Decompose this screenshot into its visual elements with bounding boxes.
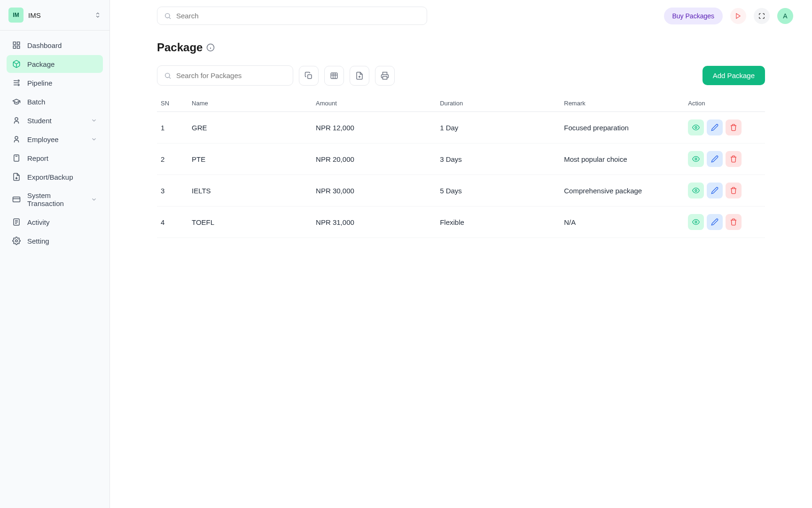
svg-point-4 (18, 80, 19, 81)
user-icon (12, 116, 21, 125)
workspace-switcher[interactable]: IM IMS (0, 0, 109, 31)
cell-action (684, 112, 765, 143)
sidebar-item-label: Setting (27, 237, 97, 245)
svg-point-19 (695, 127, 697, 128)
global-search[interactable] (157, 7, 427, 25)
sidebar-item-system-transaction[interactable]: System Transaction (7, 187, 103, 212)
global-search-input[interactable] (176, 12, 420, 20)
main: Buy Packages A Package (110, 0, 812, 508)
search-icon (164, 72, 172, 79)
svg-rect-16 (308, 74, 312, 78)
eye-icon (692, 155, 700, 163)
fullscreen-button[interactable] (754, 8, 770, 24)
sidebar-item-package[interactable]: Package (7, 55, 103, 73)
cell-sn: 2 (157, 143, 188, 175)
card-icon (12, 195, 21, 204)
edit-button[interactable] (707, 214, 723, 230)
delete-button[interactable] (726, 119, 742, 135)
sidebar-item-label: Student (27, 117, 84, 125)
local-search-input[interactable] (176, 71, 286, 79)
maximize-icon (758, 13, 765, 19)
sidebar-item-label: Export/Backup (27, 173, 97, 181)
cell-action (684, 175, 765, 206)
header-remark: Remark (560, 95, 684, 112)
copy-button[interactable] (299, 66, 319, 86)
svg-point-15 (165, 73, 170, 77)
sidebar-item-batch[interactable]: Batch (7, 93, 103, 111)
info-icon[interactable] (206, 43, 215, 52)
sidebar-item-label: System Transaction (27, 191, 84, 207)
table-header-row: SN Name Amount Duration Remark Action (157, 95, 765, 112)
workspace-name: IMS (28, 11, 90, 19)
sidebar-item-label: Employee (27, 135, 84, 143)
edit-button[interactable] (707, 151, 723, 167)
svg-rect-0 (13, 42, 16, 44)
export-pdf-button[interactable] (350, 66, 369, 86)
package-icon (12, 60, 21, 68)
avatar[interactable]: A (777, 8, 793, 24)
cell-name: PTE (188, 143, 312, 175)
page-title-row: Package (157, 41, 765, 54)
view-button[interactable] (688, 214, 704, 230)
cell-sn: 1 (157, 112, 188, 143)
svg-rect-17 (331, 73, 337, 79)
file-icon (355, 71, 364, 80)
view-button[interactable] (688, 119, 704, 135)
sidebar-item-employee[interactable]: Employee (7, 130, 103, 148)
sidebar-item-activity[interactable]: Activity (7, 213, 103, 231)
edit-button[interactable] (707, 119, 723, 135)
sidebar-item-export-backup[interactable]: Export/Backup (7, 168, 103, 186)
header-duration: Duration (436, 95, 560, 112)
header-sn: SN (157, 95, 188, 112)
play-button[interactable] (730, 8, 746, 24)
content: Package (110, 32, 812, 257)
chevron-down-icon (91, 136, 97, 143)
delete-button[interactable] (726, 151, 742, 167)
sidebar-item-setting[interactable]: Setting (7, 232, 103, 250)
toolbar: Add Package (157, 65, 765, 86)
export-excel-button[interactable] (324, 66, 344, 86)
cell-sn: 3 (157, 175, 188, 206)
nav: DashboardPackagePipelineBatchStudentEmpl… (0, 31, 109, 255)
trash-icon (730, 124, 737, 131)
printer-icon (381, 71, 389, 80)
view-button[interactable] (688, 151, 704, 167)
cell-duration: 3 Days (436, 143, 560, 175)
cell-amount: NPR 12,000 (312, 112, 436, 143)
chevron-down-icon (91, 196, 97, 203)
search-icon (164, 12, 172, 20)
delete-button[interactable] (726, 214, 742, 230)
header-name: Name (188, 95, 312, 112)
sidebar: IM IMS DashboardPackagePipelineBatchStud… (0, 0, 110, 508)
svg-rect-18 (383, 76, 387, 79)
svg-point-7 (15, 136, 18, 139)
sidebar-item-student[interactable]: Student (7, 111, 103, 129)
workspace-logo: IM (8, 8, 23, 23)
buy-packages-button[interactable]: Buy Packages (664, 8, 723, 24)
add-package-button[interactable]: Add Package (703, 66, 765, 85)
edit-button[interactable] (707, 183, 723, 198)
header-action: Action (684, 95, 765, 112)
local-search[interactable] (157, 65, 293, 86)
cell-action (684, 206, 765, 238)
copy-icon (304, 71, 313, 80)
topbar: Buy Packages A (110, 0, 812, 32)
svg-point-12 (165, 13, 170, 17)
play-icon (735, 13, 742, 19)
print-button[interactable] (375, 66, 395, 86)
cell-name: TOEFL (188, 206, 312, 238)
cell-duration: Flexible (436, 206, 560, 238)
table-row: 2PTENPR 20,0003 DaysMost popular choice (157, 143, 765, 175)
svg-point-6 (15, 118, 18, 120)
sidebar-item-pipeline[interactable]: Pipeline (7, 74, 103, 92)
pencil-icon (711, 155, 718, 163)
view-button[interactable] (688, 183, 704, 198)
user-icon (12, 135, 21, 143)
excel-icon (330, 71, 338, 80)
svg-rect-2 (17, 46, 20, 48)
file-export-icon (12, 173, 21, 181)
trash-icon (730, 187, 737, 194)
sidebar-item-report[interactable]: Report (7, 149, 103, 167)
sidebar-item-dashboard[interactable]: Dashboard (7, 36, 103, 54)
delete-button[interactable] (726, 183, 742, 198)
